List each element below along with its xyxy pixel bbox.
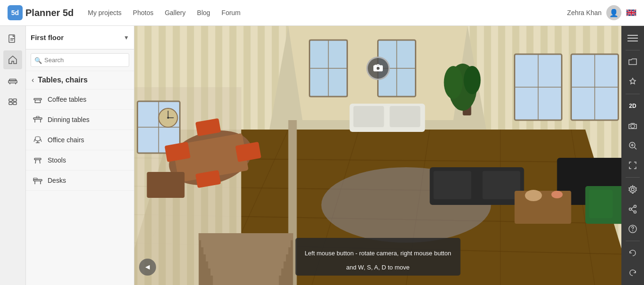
logo[interactable]: 5d Planner 5d bbox=[8, 5, 74, 20]
nav-gallery[interactable]: Gallery bbox=[165, 9, 185, 16]
svg-point-83 bbox=[464, 66, 481, 94]
screenshot-button[interactable] bbox=[366, 57, 390, 80]
menu-items: Coffee tables Dinning tables bbox=[26, 90, 134, 285]
snapshot-button[interactable] bbox=[623, 73, 642, 91]
svg-rect-3 bbox=[9, 79, 16, 81]
stools-label: Stools bbox=[48, 156, 66, 164]
desks-label: Desks bbox=[48, 177, 66, 184]
search-wrapper: 🔍 bbox=[31, 53, 129, 67]
svg-rect-7 bbox=[13, 99, 17, 101]
svg-point-108 bbox=[631, 188, 634, 191]
separator-2 bbox=[626, 94, 640, 94]
camera-view-button[interactable] bbox=[623, 116, 642, 135]
svg-rect-78 bbox=[434, 171, 471, 199]
back-arrow-icon: ‹ bbox=[32, 76, 34, 84]
svg-line-20 bbox=[34, 139, 35, 142]
office-chairs-label: Office chairs bbox=[48, 136, 84, 144]
svg-line-113 bbox=[632, 210, 634, 212]
search-box: 🔍 bbox=[26, 49, 134, 71]
help-button[interactable] bbox=[623, 220, 642, 238]
top-navigation: 5d Planner 5d My projects Photos Gallery… bbox=[0, 0, 644, 26]
search-icon: 🔍 bbox=[34, 57, 42, 64]
svg-rect-22 bbox=[34, 158, 41, 160]
svg-rect-94 bbox=[206, 254, 286, 261]
svg-rect-9 bbox=[13, 102, 17, 105]
user-area: Zehra Khan 👤 bbox=[567, 5, 636, 20]
svg-line-105 bbox=[635, 147, 637, 150]
svg-point-110 bbox=[629, 208, 632, 211]
menu-item-coffee-tables[interactable]: Coffee tables bbox=[26, 90, 134, 110]
furniture-button[interactable] bbox=[3, 71, 22, 90]
2d-view-button[interactable]: 2D bbox=[623, 97, 642, 115]
svg-line-11 bbox=[35, 100, 35, 103]
sidebar: First floor ▼ 🔍 ‹ Tables, chairs bbox=[26, 26, 134, 285]
svg-point-115 bbox=[632, 230, 633, 231]
flag-icon bbox=[626, 9, 636, 16]
logo-text: Planner 5d bbox=[25, 8, 74, 18]
coffee-tables-label: Coffee tables bbox=[48, 96, 86, 103]
menu-item-stools[interactable]: Stools bbox=[26, 150, 134, 171]
svg-rect-97 bbox=[213, 276, 279, 285]
floor-dropdown-arrow: ▼ bbox=[124, 34, 129, 41]
nav-my-projects[interactable]: My projects bbox=[88, 9, 122, 16]
svg-rect-28 bbox=[33, 178, 37, 179]
nav-photos[interactable]: Photos bbox=[133, 9, 154, 16]
coffee-tables-icon bbox=[33, 94, 43, 105]
nav-left-button[interactable]: ◄ bbox=[139, 259, 156, 276]
separator-4 bbox=[626, 241, 640, 241]
share-button[interactable] bbox=[623, 200, 642, 219]
fullscreen-button[interactable] bbox=[623, 156, 642, 175]
redo-button[interactable] bbox=[623, 263, 642, 282]
logo-icon: 5d bbox=[8, 5, 23, 20]
avatar[interactable]: 👤 bbox=[606, 5, 621, 20]
dining-tables-label: Dinning tables bbox=[48, 116, 90, 123]
svg-rect-92 bbox=[201, 240, 291, 247]
svg-point-103 bbox=[631, 124, 635, 128]
svg-rect-96 bbox=[211, 269, 281, 276]
svg-rect-86 bbox=[589, 190, 613, 218]
search-input[interactable] bbox=[31, 53, 129, 67]
menu-item-desks[interactable]: Desks bbox=[26, 171, 134, 191]
svg-rect-93 bbox=[204, 247, 289, 254]
category-title: Tables, chairs bbox=[38, 76, 88, 84]
back-header[interactable]: ‹ Tables, chairs bbox=[26, 71, 134, 90]
svg-point-82 bbox=[444, 66, 463, 99]
new-button[interactable] bbox=[3, 30, 22, 49]
folder-button[interactable] bbox=[623, 53, 642, 72]
viewport[interactable]: ◄ Left mouse button - rotate camera, rig… bbox=[134, 26, 621, 285]
svg-rect-8 bbox=[9, 102, 12, 105]
svg-rect-91 bbox=[199, 233, 293, 240]
svg-line-23 bbox=[35, 160, 36, 163]
dining-tables-icon bbox=[33, 114, 43, 125]
svg-rect-87 bbox=[515, 191, 571, 224]
separator-3 bbox=[626, 177, 640, 178]
svg-rect-17 bbox=[36, 116, 39, 118]
floor-selector[interactable]: First floor ▼ bbox=[26, 26, 134, 49]
svg-rect-95 bbox=[208, 261, 284, 269]
svg-point-109 bbox=[634, 205, 636, 208]
scene-button[interactable] bbox=[3, 92, 22, 111]
right-toolbar: 2D bbox=[621, 26, 644, 285]
settings-button[interactable] bbox=[623, 180, 642, 199]
floor-selector-label: First floor bbox=[31, 33, 124, 41]
menu-item-dining-tables[interactable]: Dinning tables bbox=[26, 110, 134, 130]
main-area: First floor ▼ 🔍 ‹ Tables, chairs bbox=[0, 26, 644, 285]
zoom-button[interactable] bbox=[623, 136, 642, 155]
nav-forum[interactable]: Forum bbox=[222, 9, 240, 16]
svg-line-21 bbox=[41, 139, 41, 142]
undo-button[interactable] bbox=[623, 244, 642, 262]
svg-line-24 bbox=[40, 160, 40, 163]
stools-icon bbox=[33, 155, 43, 165]
left-toolbar bbox=[0, 26, 26, 285]
home-button[interactable] bbox=[3, 50, 22, 69]
hamburger-menu-button[interactable] bbox=[623, 29, 642, 48]
svg-rect-74 bbox=[354, 106, 384, 127]
nav-links: My projects Photos Gallery Blog Forum bbox=[88, 9, 567, 16]
svg-rect-6 bbox=[9, 99, 12, 101]
svg-rect-72 bbox=[147, 172, 185, 198]
nav-blog[interactable]: Blog bbox=[197, 9, 210, 16]
svg-rect-10 bbox=[34, 98, 41, 100]
svg-point-102 bbox=[376, 66, 380, 70]
menu-item-office-chairs[interactable]: Office chairs bbox=[26, 130, 134, 150]
separator-1 bbox=[626, 50, 640, 50]
